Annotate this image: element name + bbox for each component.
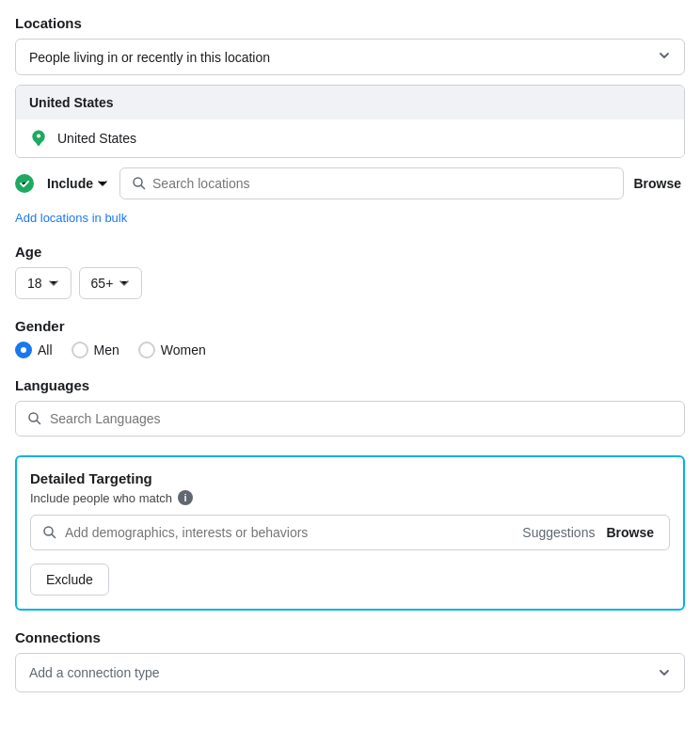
location-type-dropdown[interactable]: People living in or recently in this loc… — [15, 39, 685, 75]
include-button[interactable]: Include — [41, 172, 114, 195]
age-max-dropdown[interactable]: 65+ — [79, 267, 143, 299]
languages-search-icon — [27, 411, 42, 426]
include-check-icon — [15, 174, 34, 193]
gender-option-men[interactable]: Men — [72, 342, 119, 358]
add-locations-bulk-link[interactable]: Add locations in bulk — [15, 211, 127, 225]
age-max-value: 65+ — [91, 276, 114, 291]
gender-men-radio[interactable] — [72, 342, 88, 358]
chevron-down-icon — [658, 49, 671, 65]
age-max-chevron-icon — [119, 278, 130, 289]
location-item: United States — [16, 119, 684, 157]
gender-men-label: Men — [94, 342, 119, 358]
location-country-header: United States — [16, 86, 684, 119]
connections-chevron-icon — [658, 666, 671, 679]
include-search-row: Include Browse — [15, 158, 685, 203]
location-pin-icon — [29, 129, 48, 148]
age-row: 18 65+ — [15, 267, 685, 299]
browse-locations-link[interactable]: Browse — [629, 176, 685, 191]
include-label: Include — [47, 176, 93, 191]
targeting-browse-link[interactable]: Browse — [602, 525, 658, 540]
languages-section: Languages — [15, 377, 685, 437]
age-min-value: 18 — [27, 276, 42, 291]
gender-all-radio[interactable] — [15, 342, 32, 358]
age-min-dropdown[interactable]: 18 — [15, 267, 72, 299]
suggestions-label: Suggestions — [522, 525, 595, 540]
location-box: United States United States — [15, 85, 685, 158]
info-icon[interactable]: i — [178, 490, 193, 505]
languages-search-wrapper[interactable] — [15, 401, 685, 437]
age-title: Age — [15, 244, 685, 260]
targeting-search-icon — [42, 525, 57, 540]
exclude-button[interactable]: Exclude — [30, 564, 109, 596]
locations-section: Locations People living in or recently i… — [15, 15, 685, 225]
connections-type-dropdown[interactable]: Add a connection type — [15, 653, 685, 692]
include-chevron-icon — [97, 178, 108, 189]
gender-all-label: All — [38, 342, 53, 358]
search-locations-input-wrapper[interactable] — [119, 167, 624, 199]
gender-title: Gender — [15, 318, 685, 334]
gender-women-label: Women — [161, 342, 206, 358]
connections-title: Connections — [15, 629, 685, 645]
locations-title: Locations — [15, 15, 685, 31]
gender-section: Gender All Men Women — [15, 318, 685, 358]
targeting-search-wrapper[interactable]: Suggestions Browse — [30, 515, 670, 550]
detailed-targeting-title: Detailed Targeting — [30, 470, 670, 486]
search-locations-input[interactable] — [152, 176, 612, 191]
age-section: Age 18 65+ — [15, 244, 685, 299]
gender-women-radio[interactable] — [138, 342, 155, 358]
gender-options-row: All Men Women — [15, 342, 685, 358]
location-item-name: United States — [57, 131, 136, 146]
include-match-row: Include people who match i — [30, 490, 670, 505]
connections-placeholder: Add a connection type — [29, 665, 160, 680]
svg-point-2 — [37, 134, 40, 137]
gender-option-women[interactable]: Women — [138, 342, 206, 358]
gender-option-all[interactable]: All — [15, 342, 53, 358]
search-icon — [132, 176, 147, 191]
include-match-label: Include people who match — [30, 491, 172, 505]
age-min-chevron-icon — [48, 278, 59, 289]
location-type-value: People living in or recently in this loc… — [29, 50, 270, 65]
targeting-search-input[interactable] — [65, 525, 515, 540]
languages-title: Languages — [15, 377, 685, 393]
languages-search-input[interactable] — [50, 411, 673, 426]
detailed-targeting-section: Detailed Targeting Include people who ma… — [15, 455, 685, 611]
include-wrapper: Include — [15, 172, 114, 195]
connections-section: Connections Add a connection type — [15, 629, 685, 692]
